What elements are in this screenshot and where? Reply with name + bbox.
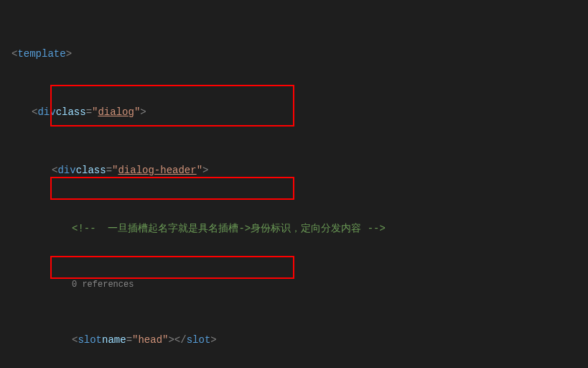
code-line: <div class="dialog"> [11,103,577,122]
code-line: <template> [11,45,577,64]
code-line: <div class="dialog-header"> [11,161,577,180]
code-line: <!-- 一旦插槽起名字就是具名插槽->身份标识，定向分发内容 --> [11,219,577,239]
codelens-references[interactable]: 0 references [11,277,577,292]
code-line: <slot name="head"></slot> [11,331,577,350]
code-editor[interactable]: <template> <div class="dialog"> <div cla… [0,0,588,368]
